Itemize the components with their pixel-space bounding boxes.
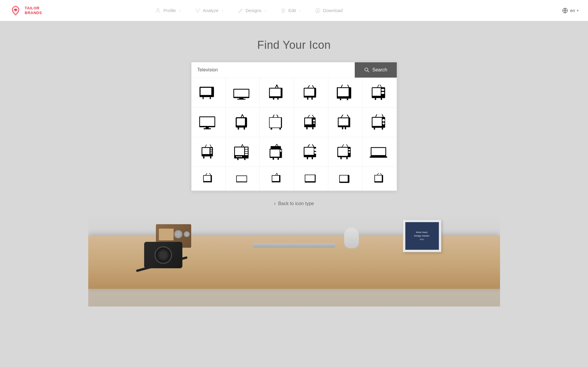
svg-rect-119 [270, 150, 280, 157]
nav-analyze[interactable]: Analyze › [188, 8, 230, 14]
designs-chevron: › [265, 9, 266, 12]
svg-rect-28 [277, 98, 279, 100]
tv-icon-19[interactable] [191, 167, 226, 191]
page-title: Find Your Icon [257, 39, 331, 51]
svg-rect-49 [372, 88, 381, 96]
tv-icon-5[interactable] [328, 78, 362, 108]
svg-line-158 [380, 173, 382, 175]
svg-line-102 [242, 144, 244, 147]
svg-rect-43 [349, 93, 351, 94]
tv-icon-18[interactable] [362, 137, 397, 167]
search-input[interactable] [191, 62, 355, 78]
svg-rect-91 [382, 128, 383, 130]
svg-rect-142 [376, 156, 381, 157]
search-icon [364, 67, 369, 73]
tv-icon-20[interactable] [226, 167, 260, 191]
icon-grid [191, 78, 397, 191]
tv-icon-4[interactable] [294, 78, 328, 108]
svg-line-84 [376, 114, 377, 117]
tv-icon-11[interactable] [328, 108, 362, 137]
tv-icon-23[interactable] [328, 167, 362, 191]
main-content: Find Your Icon Search [0, 21, 588, 318]
svg-rect-22 [237, 99, 246, 100]
svg-rect-113 [237, 158, 239, 160]
svg-rect-104 [235, 148, 244, 155]
svg-rect-140 [372, 148, 385, 155]
svg-rect-36 [312, 98, 313, 100]
svg-rect-82 [342, 127, 343, 129]
svg-rect-99 [203, 156, 204, 158]
nav-designs[interactable]: Designs › [230, 8, 273, 14]
svg-line-132 [347, 144, 348, 147]
tv-icon-9[interactable] [260, 108, 294, 137]
svg-line-144 [209, 173, 211, 175]
svg-rect-146 [204, 176, 211, 181]
svg-line-92 [205, 145, 206, 147]
svg-rect-52 [375, 98, 376, 100]
svg-line-71 [312, 115, 314, 118]
svg-line-101 [241, 144, 243, 147]
tv-icon-7[interactable] [191, 108, 226, 137]
tv-icon-8[interactable] [226, 108, 260, 137]
svg-rect-73 [305, 118, 312, 124]
icon-search-container: Search [191, 62, 397, 191]
tv-icon-15[interactable] [260, 137, 294, 167]
logo-text: TAILOR BRANDS [25, 6, 42, 15]
tv-icon-22[interactable] [294, 167, 328, 191]
tv-icon-24[interactable] [362, 167, 397, 191]
back-to-icon-type-link[interactable]: ‹ Back to icon type [274, 200, 314, 207]
svg-rect-63 [244, 128, 245, 130]
search-button[interactable]: Search [355, 62, 397, 78]
tv-icon-14[interactable] [226, 137, 260, 167]
svg-line-85 [382, 114, 383, 117]
tv-icon-2[interactable] [226, 78, 260, 108]
svg-rect-122 [277, 158, 279, 160]
pencil-icon [237, 8, 243, 14]
nav-profile[interactable]: Profile › [148, 8, 187, 14]
svg-rect-114 [244, 158, 246, 160]
tv-icon-12[interactable] [362, 108, 397, 137]
tv-icon-10[interactable] [294, 108, 328, 137]
tv-icon-1[interactable] [191, 78, 226, 108]
svg-line-93 [210, 145, 211, 147]
svg-point-4 [282, 9, 283, 9]
svg-point-127 [314, 148, 317, 151]
main-nav: Profile › Analyze › Designs › [148, 8, 349, 14]
svg-rect-20 [234, 90, 249, 97]
svg-rect-17 [203, 97, 204, 99]
tv-icon-3[interactable] [260, 78, 294, 108]
tv-icon-13[interactable] [191, 137, 226, 167]
svg-line-12 [367, 71, 369, 72]
svg-rect-55 [200, 117, 214, 126]
back-chevron-icon: ‹ [274, 200, 276, 207]
language-selector[interactable]: en ▾ [562, 7, 579, 14]
svg-line-30 [312, 85, 314, 88]
tv-icon-21[interactable] [260, 167, 294, 191]
svg-point-11 [365, 68, 368, 71]
svg-rect-106 [245, 150, 248, 151]
svg-rect-33 [315, 89, 316, 91]
logo[interactable]: TAILOR BRANDS [9, 4, 42, 17]
svg-line-124 [312, 144, 314, 147]
svg-rect-27 [273, 98, 274, 100]
svg-line-59 [242, 114, 244, 117]
svg-rect-126 [304, 148, 314, 155]
svg-rect-76 [306, 127, 307, 129]
svg-rect-41 [349, 89, 351, 90]
svg-rect-83 [345, 127, 346, 129]
svg-line-123 [308, 144, 310, 147]
svg-point-89 [382, 122, 384, 124]
tv-icon-6[interactable] [362, 78, 397, 108]
search-bar: Search [191, 62, 397, 78]
nav-download[interactable]: Download [308, 8, 350, 14]
svg-point-88 [382, 119, 385, 122]
svg-rect-111 [238, 156, 240, 157]
tv-icon-17[interactable] [328, 137, 362, 167]
nav-edit[interactable]: Edit › [273, 8, 308, 14]
tv-icon-16[interactable] [294, 137, 328, 167]
svg-rect-53 [381, 98, 382, 100]
svg-rect-69 [279, 128, 281, 130]
svg-line-37 [341, 85, 342, 87]
svg-rect-136 [349, 151, 350, 153]
fork-icon [195, 8, 201, 14]
